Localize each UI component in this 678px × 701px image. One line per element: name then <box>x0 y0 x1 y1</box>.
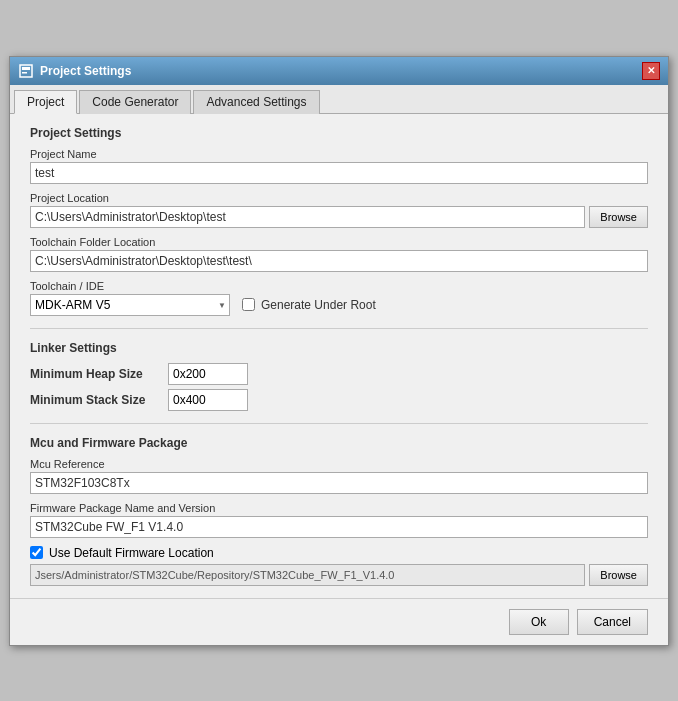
cancel-button[interactable]: Cancel <box>577 609 648 635</box>
firmware-package-input[interactable] <box>30 516 648 538</box>
tab-code-generator[interactable]: Code Generator <box>79 90 191 114</box>
project-location-input[interactable] <box>30 206 585 228</box>
use-default-firmware-checkbox[interactable] <box>30 546 43 559</box>
separator-1 <box>30 328 648 329</box>
linker-settings-title: Linker Settings <box>30 341 648 355</box>
use-default-firmware-row: Use Default Firmware Location <box>30 546 648 560</box>
dialog: Project Settings ✕ Project Code Generato… <box>9 56 669 646</box>
dialog-title: Project Settings <box>40 64 131 78</box>
project-name-input[interactable] <box>30 162 648 184</box>
toolchain-folder-label: Toolchain Folder Location <box>30 236 648 248</box>
project-location-browse-button[interactable]: Browse <box>589 206 648 228</box>
svg-rect-2 <box>22 72 27 74</box>
toolchain-ide-row: MDK-ARM V5 MDK-ARM V4 EWARM SW4STM32 Tru… <box>30 294 648 316</box>
firmware-package-label: Firmware Package Name and Version <box>30 502 648 514</box>
generate-under-root-row: Generate Under Root <box>242 298 376 312</box>
generate-under-root-label: Generate Under Root <box>261 298 376 312</box>
mcu-reference-label: Mcu Reference <box>30 458 648 470</box>
min-stack-row: Minimum Stack Size <box>30 389 648 411</box>
linker-section: Minimum Heap Size Minimum Stack Size <box>30 363 648 411</box>
min-heap-row: Minimum Heap Size <box>30 363 648 385</box>
ok-button[interactable]: Ok <box>509 609 569 635</box>
tab-project[interactable]: Project <box>14 90 77 114</box>
toolchain-ide-select-wrapper: MDK-ARM V5 MDK-ARM V4 EWARM SW4STM32 Tru… <box>30 294 230 316</box>
tab-content: Project Settings Project Name Project Lo… <box>10 114 668 598</box>
project-name-label: Project Name <box>30 148 648 160</box>
min-heap-input[interactable] <box>168 363 248 385</box>
svg-rect-0 <box>20 65 32 77</box>
toolchain-ide-label: Toolchain / IDE <box>30 280 648 292</box>
separator-2 <box>30 423 648 424</box>
project-settings-title: Project Settings <box>30 126 648 140</box>
firmware-path-browse-button[interactable]: Browse <box>589 564 648 586</box>
tab-bar: Project Code Generator Advanced Settings <box>10 85 668 114</box>
project-location-label: Project Location <box>30 192 648 204</box>
min-stack-input[interactable] <box>168 389 248 411</box>
min-heap-label: Minimum Heap Size <box>30 367 160 381</box>
generate-under-root-checkbox[interactable] <box>242 298 255 311</box>
app-icon <box>18 63 34 79</box>
title-bar-left: Project Settings <box>18 63 131 79</box>
use-default-firmware-label: Use Default Firmware Location <box>49 546 214 560</box>
project-location-row: Browse <box>30 206 648 228</box>
footer: Ok Cancel <box>10 598 668 645</box>
title-bar: Project Settings ✕ <box>10 57 668 85</box>
mcu-firmware-title: Mcu and Firmware Package <box>30 436 648 450</box>
svg-rect-1 <box>22 67 30 70</box>
min-stack-label: Minimum Stack Size <box>30 393 160 407</box>
mcu-reference-input[interactable] <box>30 472 648 494</box>
firmware-path-row: Browse <box>30 564 648 586</box>
tab-advanced-settings[interactable]: Advanced Settings <box>193 90 319 114</box>
close-button[interactable]: ✕ <box>642 62 660 80</box>
firmware-path-input[interactable] <box>30 564 585 586</box>
toolchain-ide-select[interactable]: MDK-ARM V5 MDK-ARM V4 EWARM SW4STM32 Tru… <box>30 294 230 316</box>
toolchain-folder-input[interactable] <box>30 250 648 272</box>
